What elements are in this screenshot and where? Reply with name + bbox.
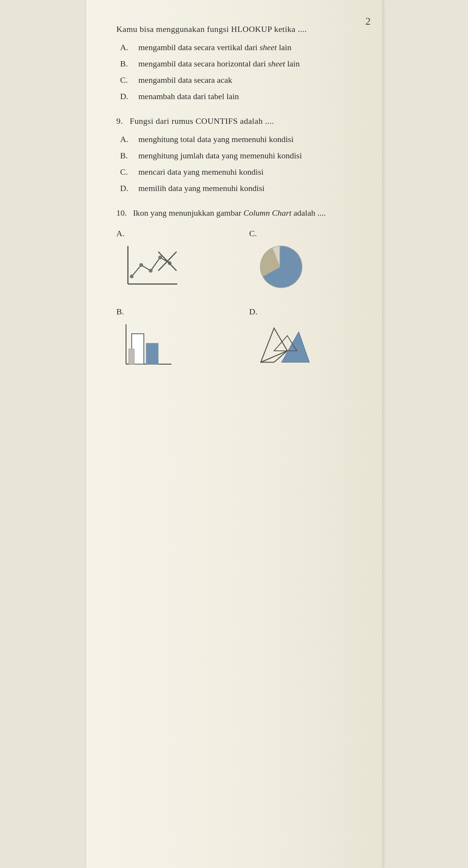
option-8c: C. mengambil data secara acak [120,74,359,86]
option-letter: A. [120,41,139,54]
option-text: menambah data dari tabel lain [139,90,359,103]
svg-point-5 [158,256,162,259]
option-9b: B. menghitung jumlah data yang memenuhi … [120,149,359,162]
chart-option-a: A. [117,229,227,292]
chart-label-b: B. [117,307,124,317]
chart-label-c: C. [249,229,257,238]
option-text: mengambil data secara horizontal dari sh… [139,57,359,70]
chart-image-a [120,242,181,292]
chart-image-b [120,320,173,370]
option-9d: D. memilih data yang memenuhi kondisi [120,182,359,194]
option-letter: C. [120,166,139,178]
option-text: mengambil data secara vertikal dari shee… [139,41,359,54]
question-8-block: Kamu bisa menggunakan fungsi HLOOKUP ket… [117,23,359,103]
svg-point-3 [139,263,143,267]
question-8-options: A. mengambil data secara vertikal dari s… [120,41,359,103]
chart-option-c: C. [249,229,359,292]
question-9-text: 9. Fungsi dari rumus COUNTIFS adalah ...… [117,115,359,128]
page: 2 Kamu bisa menggunakan fungsi HLOOKUP k… [86,0,382,868]
svg-rect-13 [129,349,134,364]
svg-rect-12 [146,343,158,364]
chart-image-d [253,320,310,370]
option-9c: C. mencari data yang memenuhi kondisi [120,166,359,178]
question-10-block: 10. Ikon yang menunjukkan gambar Column … [117,207,359,370]
svg-marker-16 [282,332,309,362]
option-8b: B. mengambil data secara horizontal dari… [120,57,359,70]
chart-option-d: D. [249,307,359,370]
option-text: menghitung jumlah data yang memenuhi kon… [139,149,359,162]
chart-label-a: A. [117,229,124,238]
question-10-text: 10. Ikon yang menunjukkan gambar Column … [117,207,359,219]
option-letter: B. [120,149,139,162]
chart-image-c [253,242,306,292]
page-number: 2 [366,15,371,27]
svg-point-4 [149,269,153,273]
option-letter: D. [120,182,139,194]
svg-point-2 [130,275,134,278]
option-8a: A. mengambil data secara vertikal dari s… [120,41,359,54]
charts-grid: A. [117,229,359,370]
option-text: memilih data yang memenuhi kondisi [139,182,359,194]
option-text: mengambil data secara acak [139,74,359,86]
chart-label-d: D. [249,307,257,317]
option-text: mencari data yang memenuhi kondisi [139,166,359,178]
option-letter: D. [120,90,139,103]
question-9-number: 9. [117,116,123,126]
option-letter: C. [120,74,139,86]
option-letter: A. [120,133,139,145]
question-9-block: 9. Fungsi dari rumus COUNTIFS adalah ...… [117,115,359,194]
option-text: menghitung total data yang memenuhi kond… [139,133,359,145]
option-letter: B. [120,57,139,70]
svg-marker-14 [261,328,287,362]
question-9-options: A. menghitung total data yang memenuhi k… [120,133,359,194]
option-8d: D. menambah data dari tabel lain [120,90,359,103]
option-9a: A. menghitung total data yang memenuhi k… [120,133,359,145]
chart-option-b: B. [117,307,227,370]
question-10-number: 10. [117,208,127,218]
question-8-text: Kamu bisa menggunakan fungsi HLOOKUP ket… [117,23,359,36]
